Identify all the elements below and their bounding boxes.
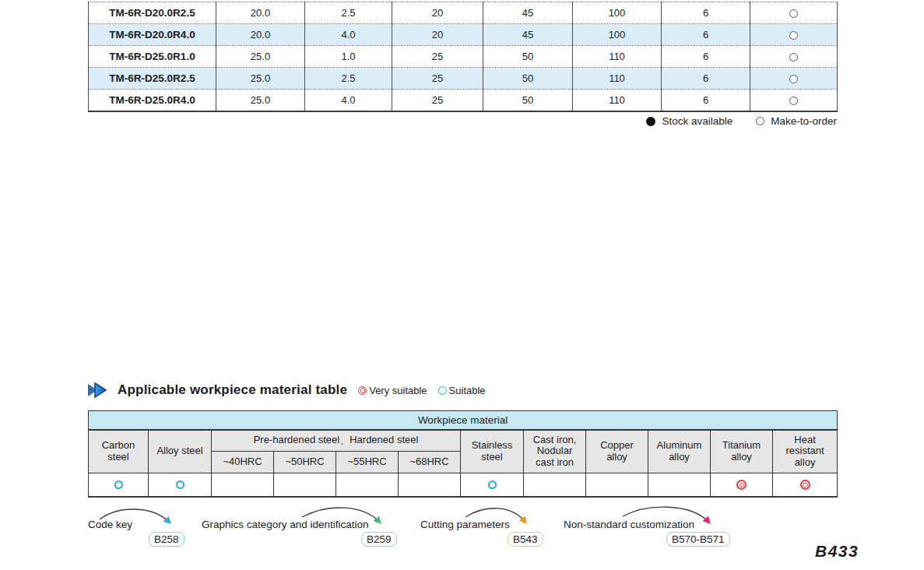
graphics-category-badge[interactable]: B259	[361, 532, 397, 547]
table-row: Carbon steel Alloy steel Pre-hardened st…	[89, 430, 838, 452]
value-cell: 6	[662, 46, 750, 68]
model-cell: TM-6R-D25.0R2.5	[89, 68, 216, 90]
stock-cell	[750, 46, 838, 68]
suitable-icon	[488, 480, 497, 489]
suitability-cell	[274, 473, 336, 497]
value-cell: 25	[392, 68, 483, 90]
col-header-40hrc: ~40HRC	[212, 452, 274, 473]
col-header-aluminum-alloy: Aluminum alloy	[648, 430, 711, 473]
page-number: B433	[815, 542, 859, 561]
make-to-order-icon	[789, 75, 798, 83]
value-cell: 6	[662, 90, 750, 111]
very-suitable-icon	[736, 480, 747, 490]
stock-cell	[750, 68, 838, 90]
suitability-cell	[89, 473, 149, 497]
stock-available-icon	[646, 117, 655, 126]
stock-cell	[750, 24, 838, 46]
col-header-copper-alloy: Copper alloy	[586, 430, 648, 473]
stock-cell	[750, 90, 838, 111]
table-row: TM-6R-D25.0R2.5 25.0 2.5 25 50 110 6	[89, 68, 838, 90]
suitability-cell	[336, 473, 399, 497]
very-suitable-label: Very suitable	[369, 385, 427, 396]
code-key-badge[interactable]: B258	[149, 532, 184, 547]
value-cell: 110	[573, 46, 662, 68]
col-header-68hrc: ~68HRC	[399, 452, 461, 473]
make-to-order-icon	[789, 9, 798, 18]
value-cell: 4.0	[305, 24, 392, 46]
workpiece-material-header: Workpiece material	[89, 411, 838, 430]
value-cell: 25.0	[216, 90, 305, 111]
value-cell: 45	[483, 24, 573, 46]
stock-available-label: Stock available	[662, 115, 733, 127]
suitability-cell	[524, 473, 586, 497]
cutting-parameters-badge[interactable]: B543	[508, 532, 543, 547]
stock-legend: Stock available Make-to-order	[646, 115, 837, 127]
suitable-label: Suitable	[449, 385, 486, 396]
size-table: TM-6R-D20.0R2.5 20.0 2.5 20 45 100 6 TM-…	[88, 2, 838, 112]
suitability-cell	[711, 473, 773, 497]
col-header-titanium-alloy: Titanium alloy	[711, 430, 773, 473]
value-cell: 25.0	[216, 68, 305, 90]
non-standard-badge[interactable]: B570-B571	[666, 532, 730, 547]
value-cell: 6	[662, 2, 750, 24]
make-to-order-icon	[789, 97, 798, 105]
value-cell: 50	[483, 68, 573, 90]
value-cell: 110	[573, 90, 662, 111]
suitable-icon	[176, 480, 184, 489]
model-cell: TM-6R-D25.0R1.0	[89, 46, 216, 68]
value-cell: 25	[392, 90, 483, 111]
col-header-50hrc: ~50HRC	[274, 452, 336, 473]
model-cell: TM-6R-D20.0R2.5	[89, 2, 216, 24]
col-header-cast-iron: Cast iron, Nodular cast iron	[524, 430, 586, 473]
suitability-cell	[461, 473, 524, 497]
col-header-carbon-steel: Carbon steel	[89, 430, 149, 473]
suitability-cell	[773, 473, 838, 497]
non-standard-label: Non-standard customization	[564, 519, 694, 530]
value-cell: 2.5	[305, 2, 392, 24]
value-cell: 45	[483, 2, 573, 24]
suitability-cell	[212, 473, 274, 497]
model-cell: TM-6R-D20.0R4.0	[89, 24, 216, 46]
table-row: Workpiece material	[89, 411, 838, 430]
section-title: Applicable workpiece material table	[118, 382, 347, 398]
table-row	[89, 473, 838, 497]
value-cell: 20	[392, 24, 483, 46]
value-cell: 6	[662, 24, 750, 46]
section-heading: Applicable workpiece material table Very…	[87, 382, 486, 398]
workpiece-material-table: Workpiece material Carbon steel Alloy st…	[88, 410, 838, 498]
stock-cell	[750, 2, 838, 24]
col-header-55hrc: ~55HRC	[336, 452, 399, 473]
make-to-order-icon	[789, 31, 798, 40]
value-cell: 25.0	[216, 46, 305, 68]
suitable-icon	[114, 480, 123, 489]
suitability-cell	[648, 473, 711, 497]
suitability-cell	[399, 473, 461, 497]
graphics-category-label: Graphics category and identification	[202, 519, 369, 530]
very-suitable-icon	[358, 386, 367, 395]
code-key-label: Code key	[88, 519, 132, 530]
table-row: TM-6R-D25.0R4.0 25.0 4.0 25 50 110 6	[89, 90, 838, 111]
make-to-order-label: Make-to-order	[771, 115, 837, 127]
suitable-icon	[438, 386, 447, 395]
suitability-legend: Very suitable Suitable	[358, 385, 485, 396]
col-header-alloy-steel: Alloy steel	[149, 430, 212, 473]
value-cell: 25	[392, 46, 483, 68]
suitability-cell	[149, 473, 212, 497]
value-cell: 50	[483, 46, 573, 68]
table-row: TM-6R-D20.0R4.0 20.0 4.0 20 45 100 6	[89, 24, 838, 46]
value-cell: 50	[483, 90, 573, 111]
col-header-stainless-steel: Stainless steel	[461, 430, 524, 473]
value-cell: 20.0	[216, 2, 305, 24]
model-cell: TM-6R-D25.0R4.0	[89, 90, 216, 111]
table-row: TM-6R-D20.0R2.5 20.0 2.5 20 45 100 6	[89, 2, 838, 24]
very-suitable-icon	[800, 480, 810, 490]
value-cell: 2.5	[305, 68, 392, 90]
double-arrow-icon	[87, 382, 111, 398]
suitability-cell	[586, 473, 648, 497]
value-cell: 20	[392, 2, 483, 24]
value-cell: 6	[662, 68, 750, 90]
value-cell: 100	[573, 2, 662, 24]
make-to-order-icon	[756, 117, 764, 125]
value-cell: 20.0	[216, 24, 305, 46]
col-group-prehardened-hardened-steel: Pre-hardened steel、Hardened steel	[212, 430, 461, 452]
